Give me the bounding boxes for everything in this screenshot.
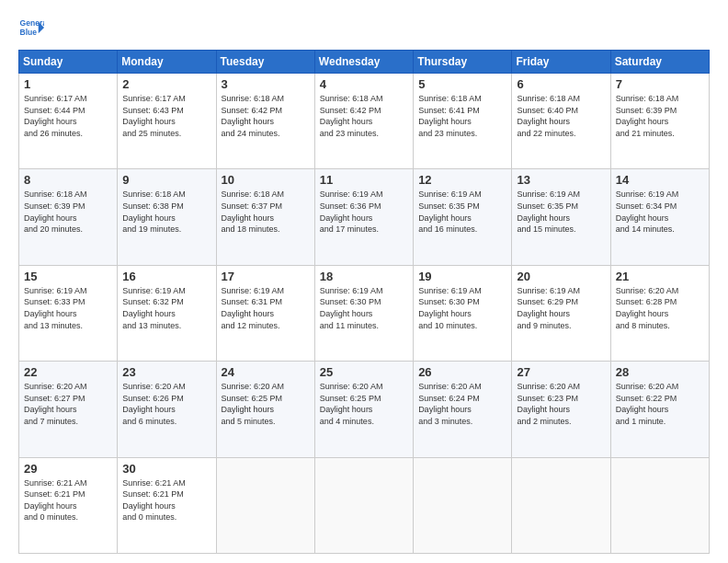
svg-text:Blue: Blue xyxy=(20,28,38,37)
calendar-cell: 4Sunrise: 6:18 AMSunset: 6:42 PMDaylight… xyxy=(314,74,413,169)
week-row-5: 29Sunrise: 6:21 AMSunset: 6:21 PMDayligh… xyxy=(19,457,710,553)
day-info: Sunrise: 6:18 AMSunset: 6:39 PMDaylight … xyxy=(616,94,679,138)
day-number: 4 xyxy=(320,77,408,91)
day-number: 22 xyxy=(24,365,112,379)
calendar-cell: 18Sunrise: 6:19 AMSunset: 6:30 PMDayligh… xyxy=(314,265,413,361)
day-number: 25 xyxy=(320,365,408,379)
calendar-cell: 14Sunrise: 6:19 AMSunset: 6:34 PMDayligh… xyxy=(610,169,709,265)
day-number: 19 xyxy=(418,270,506,283)
day-number: 15 xyxy=(24,270,112,283)
day-number: 17 xyxy=(222,270,310,283)
day-info: Sunrise: 6:19 AMSunset: 6:31 PMDaylight … xyxy=(222,286,285,330)
day-number: 27 xyxy=(517,365,605,379)
calendar-cell: 1Sunrise: 6:17 AMSunset: 6:44 PMDaylight… xyxy=(19,74,118,169)
calendar-cell: 5Sunrise: 6:18 AMSunset: 6:41 PMDaylight… xyxy=(414,74,512,169)
day-info: Sunrise: 6:18 AMSunset: 6:42 PMDaylight … xyxy=(222,94,285,138)
day-info: Sunrise: 6:19 AMSunset: 6:35 PMDaylight … xyxy=(517,190,580,234)
calendar-cell xyxy=(610,457,709,553)
day-info: Sunrise: 6:20 AMSunset: 6:25 PMDaylight … xyxy=(320,382,383,426)
day-info: Sunrise: 6:20 AMSunset: 6:26 PMDaylight … xyxy=(122,382,186,426)
calendar-cell: 23Sunrise: 6:20 AMSunset: 6:26 PMDayligh… xyxy=(118,362,216,457)
day-number: 20 xyxy=(517,270,605,283)
day-number: 3 xyxy=(222,77,310,91)
calendar-cell: 13Sunrise: 6:19 AMSunset: 6:35 PMDayligh… xyxy=(512,169,610,265)
header: General Blue xyxy=(18,15,710,40)
day-number: 2 xyxy=(122,77,210,91)
day-info: Sunrise: 6:18 AMSunset: 6:40 PMDaylight … xyxy=(517,94,580,138)
calendar-cell xyxy=(512,457,610,553)
day-info: Sunrise: 6:19 AMSunset: 6:32 PMDaylight … xyxy=(122,286,186,330)
calendar-cell: 29Sunrise: 6:21 AMSunset: 6:21 PMDayligh… xyxy=(19,457,118,553)
day-info: Sunrise: 6:19 AMSunset: 6:33 PMDaylight … xyxy=(24,286,87,330)
day-number: 11 xyxy=(320,173,408,187)
week-row-1: 1Sunrise: 6:17 AMSunset: 6:44 PMDaylight… xyxy=(19,74,710,169)
day-info: Sunrise: 6:20 AMSunset: 6:24 PMDaylight … xyxy=(418,382,482,426)
day-info: Sunrise: 6:20 AMSunset: 6:25 PMDaylight … xyxy=(222,382,285,426)
logo: General Blue xyxy=(18,15,44,40)
page: General Blue SundayMondayTuesdayWednesda… xyxy=(0,0,728,563)
day-info: Sunrise: 6:19 AMSunset: 6:29 PMDaylight … xyxy=(517,286,580,330)
day-info: Sunrise: 6:18 AMSunset: 6:39 PMDaylight … xyxy=(24,190,87,234)
day-number: 9 xyxy=(122,173,210,187)
calendar-cell: 12Sunrise: 6:19 AMSunset: 6:35 PMDayligh… xyxy=(414,169,512,265)
weekday-header-row: SundayMondayTuesdayWednesdayThursdayFrid… xyxy=(19,51,710,74)
calendar-cell: 6Sunrise: 6:18 AMSunset: 6:40 PMDaylight… xyxy=(512,74,610,169)
day-number: 13 xyxy=(517,173,605,187)
day-info: Sunrise: 6:19 AMSunset: 6:30 PMDaylight … xyxy=(320,286,383,330)
day-info: Sunrise: 6:18 AMSunset: 6:41 PMDaylight … xyxy=(418,94,482,138)
day-number: 18 xyxy=(320,270,408,283)
calendar-cell: 21Sunrise: 6:20 AMSunset: 6:28 PMDayligh… xyxy=(610,265,709,361)
day-info: Sunrise: 6:19 AMSunset: 6:35 PMDaylight … xyxy=(418,190,482,234)
weekday-header-saturday: Saturday xyxy=(610,51,709,74)
week-row-4: 22Sunrise: 6:20 AMSunset: 6:27 PMDayligh… xyxy=(19,362,710,457)
calendar-cell: 24Sunrise: 6:20 AMSunset: 6:25 PMDayligh… xyxy=(216,362,314,457)
day-info: Sunrise: 6:21 AMSunset: 6:21 PMDaylight … xyxy=(122,478,186,523)
day-info: Sunrise: 6:20 AMSunset: 6:23 PMDaylight … xyxy=(517,382,580,426)
day-info: Sunrise: 6:20 AMSunset: 6:22 PMDaylight … xyxy=(616,382,679,426)
calendar-cell: 15Sunrise: 6:19 AMSunset: 6:33 PMDayligh… xyxy=(19,265,118,361)
day-number: 30 xyxy=(122,462,210,476)
day-number: 26 xyxy=(418,365,506,379)
day-number: 6 xyxy=(517,77,605,91)
calendar-cell: 8Sunrise: 6:18 AMSunset: 6:39 PMDaylight… xyxy=(19,169,118,265)
calendar-cell: 28Sunrise: 6:20 AMSunset: 6:22 PMDayligh… xyxy=(610,362,709,457)
calendar-cell: 3Sunrise: 6:18 AMSunset: 6:42 PMDaylight… xyxy=(216,74,314,169)
weekday-header-friday: Friday xyxy=(512,51,610,74)
calendar-cell: 16Sunrise: 6:19 AMSunset: 6:32 PMDayligh… xyxy=(118,265,216,361)
day-info: Sunrise: 6:17 AMSunset: 6:43 PMDaylight … xyxy=(122,94,186,138)
calendar-cell: 26Sunrise: 6:20 AMSunset: 6:24 PMDayligh… xyxy=(414,362,512,457)
day-number: 8 xyxy=(24,173,112,187)
week-row-2: 8Sunrise: 6:18 AMSunset: 6:39 PMDaylight… xyxy=(19,169,710,265)
day-number: 1 xyxy=(24,77,112,91)
calendar-cell xyxy=(314,457,413,553)
day-number: 24 xyxy=(222,365,310,379)
calendar-cell: 19Sunrise: 6:19 AMSunset: 6:30 PMDayligh… xyxy=(414,265,512,361)
calendar-cell: 11Sunrise: 6:19 AMSunset: 6:36 PMDayligh… xyxy=(314,169,413,265)
day-info: Sunrise: 6:21 AMSunset: 6:21 PMDaylight … xyxy=(24,478,87,523)
calendar: SundayMondayTuesdayWednesdayThursdayFrid… xyxy=(18,50,710,554)
calendar-cell: 9Sunrise: 6:18 AMSunset: 6:38 PMDaylight… xyxy=(118,169,216,265)
weekday-header-wednesday: Wednesday xyxy=(314,51,413,74)
day-info: Sunrise: 6:20 AMSunset: 6:28 PMDaylight … xyxy=(616,286,679,330)
day-number: 10 xyxy=(222,173,310,187)
weekday-header-tuesday: Tuesday xyxy=(216,51,314,74)
calendar-cell: 25Sunrise: 6:20 AMSunset: 6:25 PMDayligh… xyxy=(314,362,413,457)
week-row-3: 15Sunrise: 6:19 AMSunset: 6:33 PMDayligh… xyxy=(19,265,710,361)
calendar-cell xyxy=(216,457,314,553)
day-info: Sunrise: 6:20 AMSunset: 6:27 PMDaylight … xyxy=(24,382,87,426)
calendar-cell: 2Sunrise: 6:17 AMSunset: 6:43 PMDaylight… xyxy=(118,74,216,169)
day-number: 14 xyxy=(616,173,704,187)
day-number: 21 xyxy=(616,270,704,283)
weekday-header-monday: Monday xyxy=(118,51,216,74)
calendar-cell: 27Sunrise: 6:20 AMSunset: 6:23 PMDayligh… xyxy=(512,362,610,457)
logo-icon: General Blue xyxy=(18,15,44,40)
calendar-cell: 10Sunrise: 6:18 AMSunset: 6:37 PMDayligh… xyxy=(216,169,314,265)
calendar-cell xyxy=(414,457,512,553)
day-info: Sunrise: 6:18 AMSunset: 6:38 PMDaylight … xyxy=(122,190,186,234)
calendar-cell: 20Sunrise: 6:19 AMSunset: 6:29 PMDayligh… xyxy=(512,265,610,361)
day-info: Sunrise: 6:18 AMSunset: 6:42 PMDaylight … xyxy=(320,94,383,138)
day-number: 16 xyxy=(122,270,210,283)
day-info: Sunrise: 6:18 AMSunset: 6:37 PMDaylight … xyxy=(222,190,285,234)
calendar-cell: 17Sunrise: 6:19 AMSunset: 6:31 PMDayligh… xyxy=(216,265,314,361)
day-number: 23 xyxy=(122,365,210,379)
